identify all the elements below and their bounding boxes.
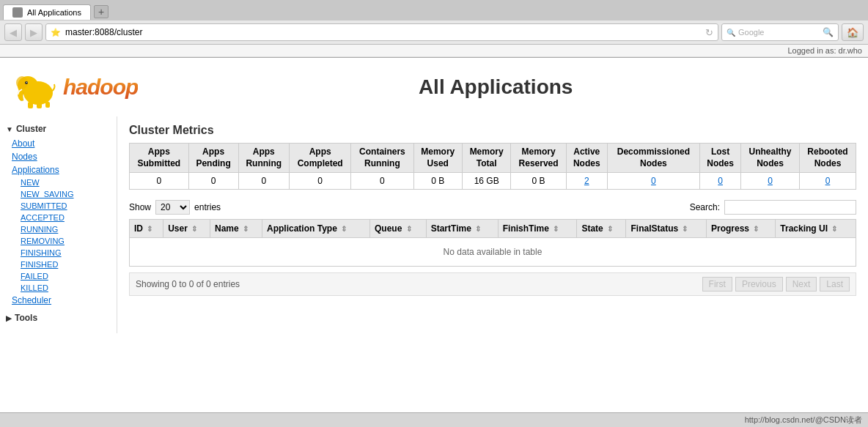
- sidebar-link-about[interactable]: About: [0, 137, 117, 150]
- metrics-val-decommissioned-nodes[interactable]: 0: [607, 173, 699, 190]
- metrics-val-active-nodes[interactable]: 2: [566, 173, 607, 190]
- previous-button[interactable]: Previous: [735, 277, 783, 292]
- metrics-col-apps-running: AppsRunning: [238, 144, 289, 173]
- search-placeholder: Google: [738, 28, 764, 37]
- metrics-val-containers-running: 0: [351, 173, 413, 190]
- metrics-col-decommissioned-nodes: DecommissionedNodes: [607, 144, 699, 173]
- page-title-area: All Applications: [138, 75, 853, 99]
- address-bar[interactable]: ⭐ master:8088/cluster ↻: [45, 23, 718, 41]
- search-engine-icon: 🔍: [727, 29, 735, 37]
- entries-label: entries: [194, 202, 221, 212]
- search-input[interactable]: [724, 200, 856, 215]
- col-final-status[interactable]: FinalStatus ⇕: [626, 220, 707, 238]
- metrics-val-lost-nodes[interactable]: 0: [700, 173, 741, 190]
- sidebar-sublink-accepted[interactable]: ACCEPTED: [0, 212, 117, 223]
- sidebar-tools-title[interactable]: ▶ Tools: [0, 310, 117, 326]
- col-application-type[interactable]: Application Type ⇕: [262, 220, 370, 238]
- browser-chrome: All Applications + ◀ ▶ ⭐ master:8088/clu…: [0, 0, 868, 58]
- col-start-time[interactable]: StartTime ⇕: [426, 220, 498, 238]
- hadoop-logo: hadoop: [15, 65, 138, 109]
- tab-title: All Applications: [27, 8, 81, 17]
- metrics-col-memory-total: MemoryTotal: [462, 144, 510, 173]
- metrics-col-memory-reserved: MemoryReserved: [511, 144, 566, 173]
- pagination-buttons: First Previous Next Last: [702, 277, 850, 292]
- sidebar-link-nodes[interactable]: Nodes: [0, 150, 117, 163]
- main-content: Cluster Metrics AppsSubmitted AppsPendin…: [117, 116, 868, 303]
- col-state[interactable]: State ⇕: [577, 220, 626, 238]
- metrics-val-memory-used: 0 B: [413, 173, 462, 190]
- sidebar-sublink-finishing[interactable]: FINISHING: [0, 247, 117, 259]
- search-submit-icon[interactable]: 🔍: [823, 27, 834, 37]
- col-tracking-ui[interactable]: Tracking UI ⇕: [776, 220, 856, 238]
- page-header: hadoop All Applications: [0, 58, 868, 116]
- col-id[interactable]: ID ⇕: [130, 220, 163, 238]
- col-queue[interactable]: Queue ⇕: [370, 220, 427, 238]
- new-tab-button[interactable]: +: [94, 5, 108, 18]
- metrics-val-apps-running: 0: [238, 173, 289, 190]
- col-name[interactable]: Name ⇕: [210, 220, 262, 238]
- sidebar-link-applications[interactable]: Applications: [0, 163, 117, 177]
- no-data-message: No data available in table: [130, 238, 856, 267]
- metrics-col-apps-pending: AppsPending: [188, 144, 238, 173]
- home-button[interactable]: 🏠: [842, 23, 864, 41]
- forward-button[interactable]: ▶: [25, 23, 43, 41]
- sidebar: ▼ Cluster About Nodes Applications NEW N…: [0, 116, 117, 333]
- sidebar-sublink-running[interactable]: RUNNING: [0, 223, 117, 235]
- metrics-val-unhealthy-nodes[interactable]: 0: [741, 173, 800, 190]
- sidebar-sublink-new[interactable]: NEW: [0, 177, 117, 188]
- show-label: Show: [129, 202, 151, 212]
- col-progress[interactable]: Progress ⇕: [707, 220, 776, 238]
- next-button[interactable]: Next: [786, 277, 817, 292]
- svg-point-4: [26, 82, 27, 83]
- sidebar-sublink-submitted[interactable]: SUBMITTED: [0, 200, 117, 212]
- hadoop-logo-svg: [15, 65, 59, 109]
- search-control: Search:: [690, 200, 856, 215]
- login-info: Logged in as: dr.who: [0, 45, 868, 57]
- metrics-col-unhealthy-nodes: UnhealthyNodes: [741, 144, 800, 173]
- tab-bar: All Applications +: [0, 0, 868, 21]
- metrics-val-apps-pending: 0: [188, 173, 238, 190]
- browser-search-bar[interactable]: 🔍 Google 🔍: [721, 23, 839, 41]
- metrics-col-containers-running: ContainersRunning: [351, 144, 413, 173]
- page-title: All Applications: [138, 75, 853, 99]
- last-button[interactable]: Last: [820, 277, 850, 292]
- svg-point-3: [25, 81, 28, 84]
- svg-rect-5: [28, 102, 33, 108]
- sidebar-sublink-finished[interactable]: FINISHED: [0, 259, 117, 270]
- svg-rect-6: [37, 102, 42, 108]
- metrics-col-apps-submitted: AppsSubmitted: [130, 144, 189, 173]
- svg-rect-7: [45, 102, 50, 108]
- table-controls: Show 10 20 50 100 entries Search:: [129, 200, 856, 215]
- back-button[interactable]: ◀: [4, 23, 22, 41]
- metrics-val-memory-total: 16 GB: [462, 173, 510, 190]
- sidebar-tools-section: ▶ Tools: [0, 310, 117, 326]
- metrics-val-rebooted-nodes[interactable]: 0: [799, 173, 856, 190]
- metrics-col-rebooted-nodes: RebootedNodes: [799, 144, 856, 173]
- sidebar-link-scheduler[interactable]: Scheduler: [0, 294, 117, 307]
- sidebar-sublink-killed[interactable]: KILLED: [0, 282, 117, 294]
- col-finish-time[interactable]: FinishTime ⇕: [498, 220, 577, 238]
- sidebar-cluster-section: ▼ Cluster About Nodes Applications NEW N…: [0, 121, 117, 307]
- cluster-label: Cluster: [16, 124, 46, 134]
- sidebar-sublink-failed[interactable]: FAILED: [0, 270, 117, 282]
- col-user[interactable]: User ⇕: [163, 220, 210, 238]
- hadoop-logo-text: hadoop: [63, 75, 138, 100]
- cluster-metrics-table: AppsSubmitted AppsPending AppsRunning Ap…: [129, 143, 856, 190]
- tools-label: Tools: [15, 313, 37, 323]
- sidebar-cluster-title[interactable]: ▼ Cluster: [0, 121, 117, 137]
- refresh-icon[interactable]: ↻: [705, 27, 713, 38]
- sidebar-sublink-new-saving[interactable]: NEW_SAVING: [0, 188, 117, 200]
- sidebar-sublink-removing[interactable]: REMOVING: [0, 235, 117, 247]
- tools-arrow: ▶: [6, 314, 12, 322]
- entries-select[interactable]: 10 20 50 100: [155, 200, 190, 215]
- cluster-metrics-title: Cluster Metrics: [129, 124, 856, 137]
- metrics-col-apps-completed: AppsCompleted: [289, 144, 350, 173]
- pagination-info: Showing 0 to 0 of 0 entries: [136, 279, 240, 289]
- pagination-bar: Showing 0 to 0 of 0 entries First Previo…: [129, 272, 856, 296]
- show-entries: Show 10 20 50 100 entries: [129, 200, 221, 215]
- tab-favicon: [12, 7, 23, 18]
- first-button[interactable]: First: [702, 277, 732, 292]
- cluster-arrow: ▼: [6, 125, 13, 133]
- metrics-val-memory-reserved: 0 B: [511, 173, 566, 190]
- active-tab[interactable]: All Applications: [3, 4, 91, 20]
